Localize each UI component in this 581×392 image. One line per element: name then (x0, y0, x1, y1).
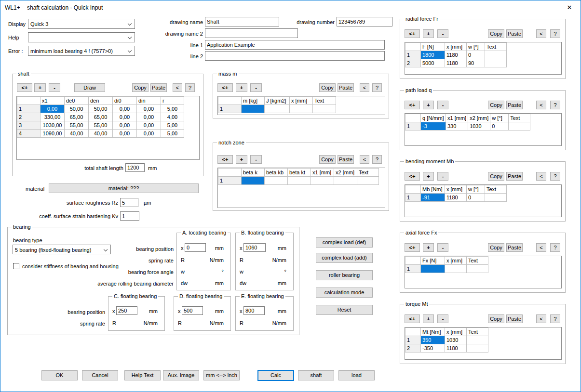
help-text-button[interactable]: Help Text (124, 370, 161, 380)
shaft-add-button[interactable]: + (34, 83, 46, 92)
torque-help-button[interactable]: ? (550, 314, 560, 323)
row-header[interactable]: 2 (17, 113, 41, 121)
grid-cell[interactable]: 40,00 (65, 130, 89, 138)
grid-cell[interactable]: 50,00 (89, 105, 113, 113)
axial-paste-button[interactable]: Paste (506, 243, 523, 252)
radial-paste-button[interactable]: Paste (506, 29, 523, 38)
grid-cell[interactable]: 0 (467, 51, 485, 59)
notch-help-button[interactable]: ? (372, 155, 382, 164)
grid-cell[interactable] (242, 105, 265, 113)
line-1-input[interactable] (205, 40, 385, 50)
mass-remove-button[interactable]: - (250, 83, 262, 92)
grid-cell[interactable]: 4,00 (161, 113, 184, 121)
axial-prev-button[interactable]: < (536, 243, 546, 252)
shaft-draw-button[interactable]: Draw (74, 83, 105, 92)
grid-cell[interactable] (485, 59, 507, 67)
mass-paste-button[interactable]: Paste (338, 83, 354, 92)
grid-cell[interactable]: 1180 (445, 59, 467, 67)
axial-help-button[interactable]: ? (550, 243, 560, 252)
torque-paste-button[interactable]: Paste (506, 314, 523, 323)
grid-cell[interactable]: 0 (467, 194, 485, 202)
row-header[interactable]: 2 (405, 59, 421, 67)
grid-cell[interactable] (357, 177, 379, 185)
row-header[interactable]: 1 (405, 265, 421, 273)
shaft-remove-button[interactable]: - (49, 83, 60, 92)
mass-add-button[interactable]: + (236, 83, 247, 92)
shaft-paste-button[interactable]: Paste (150, 83, 167, 92)
row-header[interactable]: 2 (405, 344, 421, 353)
calculation-mode-button[interactable]: calculation mode (316, 287, 373, 298)
grid-cell[interactable]: 5,00 (161, 105, 184, 113)
row-header[interactable]: 1 (405, 336, 421, 344)
aux-image-button[interactable]: Aux. Image (163, 370, 199, 380)
row-header[interactable]: 1 (17, 105, 41, 113)
path-load-prev-button[interactable]: < (536, 101, 546, 109)
bearing-b-x-input[interactable] (243, 243, 266, 252)
shaft-prev-button[interactable]: < (173, 83, 182, 92)
reset-button[interactable]: Reset (316, 305, 373, 315)
grid-cell[interactable]: -91 (421, 194, 445, 202)
roller-bearing-button[interactable]: roller bearing (316, 270, 373, 280)
grid-cell[interactable]: 0,00 (113, 113, 137, 121)
grid-cell[interactable]: 0,00 (113, 130, 137, 138)
bending-insert-button[interactable]: <+ (405, 172, 420, 181)
error-select[interactable]: minimum load bearing 4 ! (7577>0) (28, 46, 135, 56)
grid-cell[interactable]: -3 (421, 122, 446, 131)
mm-inch-button[interactable]: mm <--> inch (203, 370, 240, 380)
grid-cell[interactable]: 1030,00 (41, 121, 65, 130)
grid-cell[interactable]: 1030 (445, 336, 467, 344)
row-header[interactable]: 3 (17, 121, 41, 130)
bending-paste-button[interactable]: Paste (506, 172, 523, 181)
path-load-help-button[interactable]: ? (550, 101, 560, 109)
bearing-c-x-input[interactable] (116, 306, 137, 315)
torque-prev-button[interactable]: < (536, 314, 546, 323)
grid-cell[interactable] (467, 336, 488, 344)
grid-cell[interactable]: 0,00 (137, 130, 161, 138)
grid-cell[interactable]: 0,00 (137, 121, 161, 130)
grid-cell[interactable] (311, 177, 334, 185)
grid-cell[interactable] (509, 122, 530, 131)
grid-cell[interactable] (313, 105, 336, 113)
notch-add-button[interactable]: + (236, 155, 247, 164)
torque-insert-button[interactable]: <+ (405, 314, 420, 323)
grid-cell[interactable]: 0,00 (41, 105, 65, 113)
mass-copy-button[interactable]: Copy (319, 83, 336, 92)
axial-copy-button[interactable]: Copy (488, 243, 504, 252)
grid-cell[interactable]: 65,00 (89, 113, 113, 121)
radial-insert-button[interactable]: <+ (405, 29, 420, 38)
grid-cell[interactable]: 40,00 (89, 130, 113, 138)
grid-cell[interactable] (265, 177, 288, 185)
strain-hardening-input[interactable] (120, 211, 139, 221)
bearing-e-x-input[interactable] (243, 306, 265, 315)
close-icon[interactable]: ✕ (558, 0, 581, 14)
path-load-remove-button[interactable]: - (437, 101, 448, 109)
grid-cell[interactable]: 1800 (421, 51, 445, 59)
bending-prev-button[interactable]: < (536, 172, 546, 181)
grid-cell[interactable] (334, 177, 357, 185)
complex-load-add-button[interactable]: complex load (add) (316, 253, 373, 263)
stiffness-checkbox-label[interactable]: consider stiffness of bearing and housin… (22, 263, 119, 269)
mass-prev-button[interactable]: < (360, 83, 369, 92)
grid-cell[interactable] (288, 177, 311, 185)
grid-cell[interactable]: 50,00 (65, 105, 89, 113)
radial-add-button[interactable]: + (423, 29, 434, 38)
radial-copy-button[interactable]: Copy (488, 29, 504, 38)
notch-remove-button[interactable]: - (250, 155, 262, 164)
radial-prev-button[interactable]: < (536, 29, 546, 38)
grid-cell[interactable]: 0,00 (113, 121, 137, 130)
grid-cell[interactable]: 55,00 (65, 121, 89, 130)
grid-cell[interactable] (445, 265, 467, 273)
grid-cell[interactable]: -350 (421, 344, 445, 353)
grid-cell[interactable]: 5,00 (161, 121, 184, 130)
total-shaft-length-input[interactable] (125, 163, 145, 172)
grid-cell[interactable] (467, 265, 488, 273)
display-select[interactable]: Quick 3 (28, 19, 135, 29)
stiffness-checkbox[interactable] (13, 263, 19, 269)
grid-cell[interactable]: 55,00 (89, 121, 113, 130)
calc-button[interactable]: Calc (257, 370, 294, 381)
help-select[interactable] (28, 32, 135, 42)
grid-cell[interactable]: 1090,00 (41, 130, 65, 138)
grid-cell[interactable] (421, 265, 445, 273)
notch-copy-button[interactable]: Copy (319, 155, 336, 164)
row-header[interactable]: 1 (405, 122, 421, 131)
